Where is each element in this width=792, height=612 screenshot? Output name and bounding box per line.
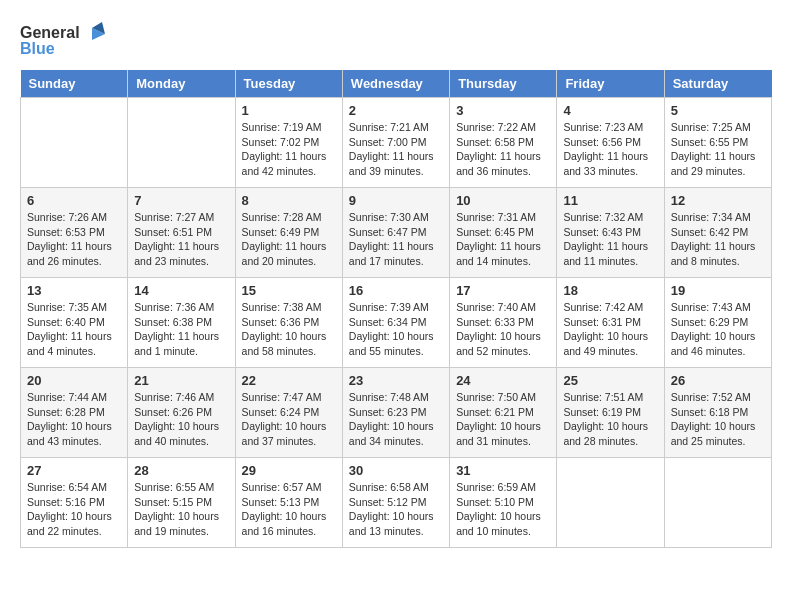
sunset: Sunset: 5:13 PM: [242, 496, 320, 508]
daylight: Daylight: 11 hours and 33 minutes.: [563, 150, 648, 177]
calendar-table: SundayMondayTuesdayWednesdayThursdayFrid…: [20, 70, 772, 548]
sunrise: Sunrise: 7:51 AM: [563, 391, 643, 403]
daylight: Daylight: 10 hours and 55 minutes.: [349, 330, 434, 357]
daylight: Daylight: 11 hours and 8 minutes.: [671, 240, 756, 267]
calendar-cell: 15 Sunrise: 7:38 AM Sunset: 6:36 PM Dayl…: [235, 278, 342, 368]
svg-text:General: General: [20, 24, 80, 41]
cell-info: Sunrise: 7:39 AM Sunset: 6:34 PM Dayligh…: [349, 300, 443, 359]
day-number: 20: [27, 373, 121, 388]
sunset: Sunset: 6:36 PM: [242, 316, 320, 328]
day-number: 31: [456, 463, 550, 478]
sunrise: Sunrise: 7:44 AM: [27, 391, 107, 403]
daylight: Daylight: 11 hours and 4 minutes.: [27, 330, 112, 357]
sunset: Sunset: 6:24 PM: [242, 406, 320, 418]
calendar-cell: [128, 98, 235, 188]
day-header-monday: Monday: [128, 70, 235, 98]
day-number: 17: [456, 283, 550, 298]
day-number: 1: [242, 103, 336, 118]
cell-info: Sunrise: 7:25 AM Sunset: 6:55 PM Dayligh…: [671, 120, 765, 179]
cell-info: Sunrise: 7:31 AM Sunset: 6:45 PM Dayligh…: [456, 210, 550, 269]
cell-info: Sunrise: 7:50 AM Sunset: 6:21 PM Dayligh…: [456, 390, 550, 449]
sunrise: Sunrise: 7:36 AM: [134, 301, 214, 313]
day-number: 21: [134, 373, 228, 388]
week-row-1: 1 Sunrise: 7:19 AM Sunset: 7:02 PM Dayli…: [21, 98, 772, 188]
sunset: Sunset: 6:43 PM: [563, 226, 641, 238]
sunset: Sunset: 6:31 PM: [563, 316, 641, 328]
sunrise: Sunrise: 6:55 AM: [134, 481, 214, 493]
sunrise: Sunrise: 7:28 AM: [242, 211, 322, 223]
sunset: Sunset: 6:21 PM: [456, 406, 534, 418]
cell-info: Sunrise: 7:44 AM Sunset: 6:28 PM Dayligh…: [27, 390, 121, 449]
cell-info: Sunrise: 6:55 AM Sunset: 5:15 PM Dayligh…: [134, 480, 228, 539]
cell-info: Sunrise: 7:43 AM Sunset: 6:29 PM Dayligh…: [671, 300, 765, 359]
day-number: 6: [27, 193, 121, 208]
daylight: Daylight: 10 hours and 34 minutes.: [349, 420, 434, 447]
svg-text:Blue: Blue: [20, 40, 55, 57]
sunrise: Sunrise: 7:52 AM: [671, 391, 751, 403]
calendar-cell: 26 Sunrise: 7:52 AM Sunset: 6:18 PM Dayl…: [664, 368, 771, 458]
sunrise: Sunrise: 7:48 AM: [349, 391, 429, 403]
cell-info: Sunrise: 7:40 AM Sunset: 6:33 PM Dayligh…: [456, 300, 550, 359]
sunset: Sunset: 7:00 PM: [349, 136, 427, 148]
daylight: Daylight: 10 hours and 52 minutes.: [456, 330, 541, 357]
week-row-4: 20 Sunrise: 7:44 AM Sunset: 6:28 PM Dayl…: [21, 368, 772, 458]
daylight: Daylight: 10 hours and 40 minutes.: [134, 420, 219, 447]
day-number: 11: [563, 193, 657, 208]
day-number: 14: [134, 283, 228, 298]
sunrise: Sunrise: 7:30 AM: [349, 211, 429, 223]
daylight: Daylight: 10 hours and 37 minutes.: [242, 420, 327, 447]
calendar-cell: 29 Sunrise: 6:57 AM Sunset: 5:13 PM Dayl…: [235, 458, 342, 548]
calendar-cell: 11 Sunrise: 7:32 AM Sunset: 6:43 PM Dayl…: [557, 188, 664, 278]
sunrise: Sunrise: 7:32 AM: [563, 211, 643, 223]
daylight: Daylight: 11 hours and 14 minutes.: [456, 240, 541, 267]
calendar-cell: 13 Sunrise: 7:35 AM Sunset: 6:40 PM Dayl…: [21, 278, 128, 368]
calendar-cell: 5 Sunrise: 7:25 AM Sunset: 6:55 PM Dayli…: [664, 98, 771, 188]
cell-info: Sunrise: 7:30 AM Sunset: 6:47 PM Dayligh…: [349, 210, 443, 269]
day-number: 5: [671, 103, 765, 118]
calendar-cell: 21 Sunrise: 7:46 AM Sunset: 6:26 PM Dayl…: [128, 368, 235, 458]
day-number: 25: [563, 373, 657, 388]
daylight: Daylight: 11 hours and 29 minutes.: [671, 150, 756, 177]
day-header-wednesday: Wednesday: [342, 70, 449, 98]
sunset: Sunset: 6:28 PM: [27, 406, 105, 418]
cell-info: Sunrise: 7:19 AM Sunset: 7:02 PM Dayligh…: [242, 120, 336, 179]
day-number: 4: [563, 103, 657, 118]
sunrise: Sunrise: 7:43 AM: [671, 301, 751, 313]
daylight: Daylight: 10 hours and 13 minutes.: [349, 510, 434, 537]
day-number: 26: [671, 373, 765, 388]
cell-info: Sunrise: 6:54 AM Sunset: 5:16 PM Dayligh…: [27, 480, 121, 539]
sunset: Sunset: 6:42 PM: [671, 226, 749, 238]
day-number: 30: [349, 463, 443, 478]
day-number: 29: [242, 463, 336, 478]
cell-info: Sunrise: 7:46 AM Sunset: 6:26 PM Dayligh…: [134, 390, 228, 449]
day-number: 23: [349, 373, 443, 388]
day-number: 18: [563, 283, 657, 298]
daylight: Daylight: 11 hours and 1 minute.: [134, 330, 219, 357]
sunset: Sunset: 5:12 PM: [349, 496, 427, 508]
sunrise: Sunrise: 7:35 AM: [27, 301, 107, 313]
calendar-cell: 9 Sunrise: 7:30 AM Sunset: 6:47 PM Dayli…: [342, 188, 449, 278]
daylight: Daylight: 10 hours and 49 minutes.: [563, 330, 648, 357]
calendar-cell: [664, 458, 771, 548]
cell-info: Sunrise: 7:32 AM Sunset: 6:43 PM Dayligh…: [563, 210, 657, 269]
sunrise: Sunrise: 7:23 AM: [563, 121, 643, 133]
page-header: General Blue: [20, 20, 772, 60]
calendar-cell: 4 Sunrise: 7:23 AM Sunset: 6:56 PM Dayli…: [557, 98, 664, 188]
calendar-cell: 6 Sunrise: 7:26 AM Sunset: 6:53 PM Dayli…: [21, 188, 128, 278]
daylight: Daylight: 11 hours and 36 minutes.: [456, 150, 541, 177]
calendar-cell: 17 Sunrise: 7:40 AM Sunset: 6:33 PM Dayl…: [450, 278, 557, 368]
sunset: Sunset: 5:16 PM: [27, 496, 105, 508]
calendar-cell: 8 Sunrise: 7:28 AM Sunset: 6:49 PM Dayli…: [235, 188, 342, 278]
calendar-cell: 18 Sunrise: 7:42 AM Sunset: 6:31 PM Dayl…: [557, 278, 664, 368]
calendar-cell: [21, 98, 128, 188]
day-number: 24: [456, 373, 550, 388]
cell-info: Sunrise: 7:27 AM Sunset: 6:51 PM Dayligh…: [134, 210, 228, 269]
daylight: Daylight: 11 hours and 39 minutes.: [349, 150, 434, 177]
cell-info: Sunrise: 7:23 AM Sunset: 6:56 PM Dayligh…: [563, 120, 657, 179]
sunset: Sunset: 6:45 PM: [456, 226, 534, 238]
sunrise: Sunrise: 7:38 AM: [242, 301, 322, 313]
daylight: Daylight: 11 hours and 42 minutes.: [242, 150, 327, 177]
calendar-cell: 23 Sunrise: 7:48 AM Sunset: 6:23 PM Dayl…: [342, 368, 449, 458]
sunrise: Sunrise: 7:42 AM: [563, 301, 643, 313]
sunset: Sunset: 7:02 PM: [242, 136, 320, 148]
